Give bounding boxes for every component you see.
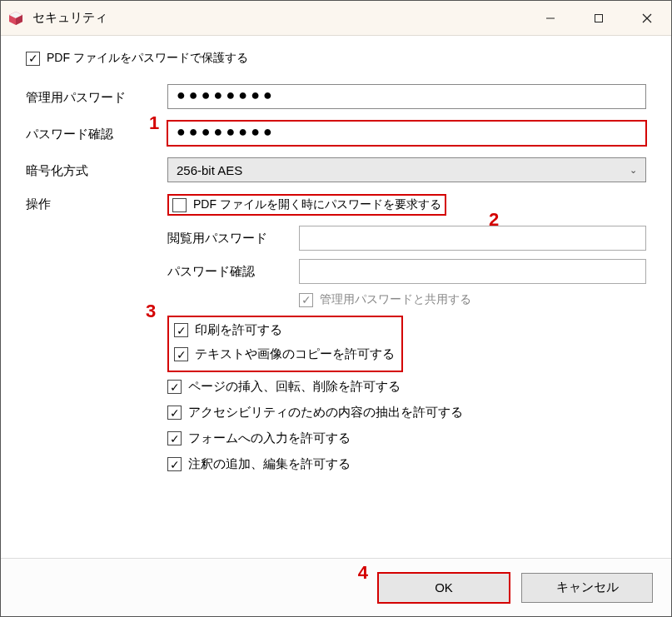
require-open-password-row: PDF ファイルを開く時にパスワードを要求する — [167, 194, 446, 216]
encryption-row: 暗号化方式 256-bit AES ⌄ — [26, 157, 646, 182]
view-password-subform: 閲覧用パスワード パスワード確認 管理用パスワードと共用する — [167, 226, 646, 307]
security-dialog: セキュリティ PDF ファイルをパスワードで保護する 管理用パスワード ●●●●… — [0, 0, 672, 617]
dialog-content: PDF ファイルをパスワードで保護する 管理用パスワード ●●●●●●●● パス… — [1, 36, 671, 558]
cancel-button[interactable]: キャンセル — [521, 573, 653, 603]
window-title: セキュリティ — [32, 10, 526, 26]
confirm-password-label: パスワード確認 — [26, 127, 113, 141]
cancel-button-label: キャンセル — [556, 580, 619, 595]
view-password-input[interactable] — [299, 226, 646, 251]
confirm-password-row: パスワード確認 1 ●●●●●●●● — [26, 121, 646, 146]
close-button[interactable] — [623, 1, 671, 35]
allow-accessibility-checkbox[interactable] — [167, 406, 182, 420]
button-bar: 4 OK キャンセル — [1, 558, 671, 616]
chevron-down-icon: ⌄ — [630, 165, 637, 176]
annotation-3: 3 — [146, 301, 156, 322]
allow-page-ops-checkbox[interactable] — [167, 380, 182, 394]
admin-password-label: 管理用パスワード — [26, 87, 167, 106]
view-password-confirm-input[interactable] — [299, 259, 646, 284]
allow-page-ops-label: ページの挿入、回転、削除を許可する — [188, 379, 401, 395]
share-admin-password-label: 管理用パスワードと共用する — [320, 292, 471, 307]
allow-print-checkbox[interactable] — [174, 323, 188, 337]
operations-block: 操作 PDF ファイルを開く時にパスワードを要求する 2 閲覧用パスワード — [26, 194, 646, 482]
allow-annotation-row: 注釈の追加、編集を許可する — [167, 456, 646, 472]
allow-print-label: 印刷を許可する — [195, 322, 282, 338]
permissions-group-highlight: 印刷を許可する テキストや画像のコピーを許可する — [167, 316, 403, 372]
admin-password-row: 管理用パスワード ●●●●●●●● — [26, 84, 646, 109]
allow-accessibility-label: アクセシビリティのための内容の抽出を許可する — [188, 405, 463, 420]
svg-rect-4 — [595, 14, 603, 22]
encryption-value: 256-bit AES — [177, 163, 242, 177]
app-icon — [7, 10, 24, 27]
allow-copy-checkbox[interactable] — [174, 347, 188, 361]
protect-checkbox[interactable] — [26, 52, 40, 66]
window-controls — [526, 1, 671, 35]
view-password-label: 閲覧用パスワード — [167, 231, 299, 246]
protect-label: PDF ファイルをパスワードで保護する — [47, 51, 248, 66]
minimize-button[interactable] — [526, 1, 575, 35]
allow-print-row: 印刷を許可する — [174, 322, 395, 338]
ok-button[interactable]: OK — [378, 573, 510, 603]
allow-copy-row: テキストや画像のコピーを許可する — [174, 346, 395, 362]
annotation-1: 1 — [149, 112, 159, 134]
encryption-select[interactable]: 256-bit AES ⌄ — [167, 157, 646, 182]
maximize-button[interactable] — [575, 1, 623, 35]
allow-form-row: フォームへの入力を許可する — [167, 430, 646, 446]
protect-checkbox-row: PDF ファイルをパスワードで保護する — [26, 51, 646, 66]
titlebar: セキュリティ — [1, 1, 671, 36]
encryption-label: 暗号化方式 — [26, 161, 167, 179]
allow-form-label: フォームへの入力を許可する — [188, 430, 351, 446]
allow-copy-label: テキストや画像のコピーを許可する — [195, 346, 395, 362]
annotation-2: 2 — [489, 209, 499, 231]
allow-form-checkbox[interactable] — [167, 431, 182, 445]
view-password-confirm-label: パスワード確認 — [167, 264, 299, 280]
ok-button-label: OK — [435, 580, 453, 595]
operations-label: 操作 — [26, 194, 167, 482]
admin-password-input[interactable]: ●●●●●●●● — [167, 84, 646, 109]
confirm-password-input[interactable]: ●●●●●●●● — [167, 121, 646, 146]
share-admin-password-checkbox — [299, 293, 313, 307]
allow-page-ops-row: ページの挿入、回転、削除を許可する — [167, 379, 646, 395]
allow-annotation-label: 注釈の追加、編集を許可する — [188, 456, 351, 472]
allow-accessibility-row: アクセシビリティのための内容の抽出を許可する — [167, 405, 646, 420]
annotation-4: 4 — [358, 562, 368, 584]
require-open-password-label: PDF ファイルを開く時にパスワードを要求する — [193, 197, 441, 212]
require-open-password-checkbox[interactable] — [172, 198, 187, 212]
allow-annotation-checkbox[interactable] — [167, 457, 182, 471]
